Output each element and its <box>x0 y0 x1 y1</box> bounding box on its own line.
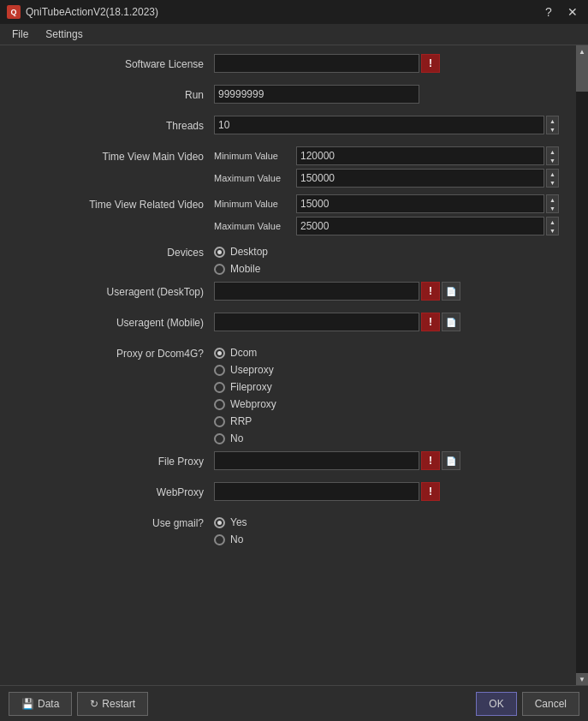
devices-mobile-label: Mobile <box>230 263 260 275</box>
main-content: Software License ! Run Threads <box>0 45 588 685</box>
proxy-rrp-option[interactable]: RRP <box>214 415 559 427</box>
useragent-mobile-file-btn[interactable]: 📄 <box>442 313 460 331</box>
devices-desktop-radio[interactable] <box>214 247 225 258</box>
scrollbar-thumb[interactable] <box>576 57 588 92</box>
time-view-main-min-down[interactable]: ▼ <box>547 156 558 164</box>
proxy-useproxy-label: Useproxy <box>230 364 274 376</box>
time-view-main-min-input[interactable] <box>296 146 544 165</box>
use-gmail-no-radio[interactable] <box>214 534 225 545</box>
threads-spinner[interactable]: ▲ ▼ <box>546 116 559 134</box>
threads-input[interactable] <box>214 116 544 134</box>
use-gmail-yes-label: Yes <box>230 516 247 528</box>
time-view-related-min-down[interactable]: ▼ <box>547 204 558 212</box>
time-view-related-max-down[interactable]: ▼ <box>547 226 558 235</box>
proxy-dcom-option[interactable]: Dcom <box>214 347 559 359</box>
scrollbar-track: ▲ ▼ <box>576 45 588 685</box>
close-button[interactable]: ✕ <box>564 3 581 21</box>
time-view-related-min-spinner[interactable]: ▲ ▼ <box>546 194 559 213</box>
time-view-related-min-label: Minimum Value <box>214 199 291 209</box>
file-proxy-file-btn[interactable]: 📄 <box>442 451 460 470</box>
file-proxy-controls: ! 📄 <box>214 451 559 470</box>
time-view-main-max-up[interactable]: ▲ <box>547 170 558 178</box>
threads-down-arrow[interactable]: ▼ <box>547 125 558 134</box>
restart-button[interactable]: ↻ Restart <box>77 692 148 716</box>
file-proxy-error-btn[interactable]: ! <box>421 451 440 470</box>
web-proxy-input[interactable] <box>214 482 419 501</box>
time-view-related-video-controls: Minimum Value ▲ ▼ Maximum Value ▲ ▼ <box>214 194 559 235</box>
devices-label: Devices <box>17 242 214 259</box>
useragent-desktop-error-btn[interactable]: ! <box>421 282 440 301</box>
software-license-input[interactable] <box>214 54 419 73</box>
time-view-main-video-controls: Minimum Value ▲ ▼ Maximum Value ▲ ▼ <box>214 146 559 188</box>
proxy-no-option[interactable]: No <box>214 432 559 444</box>
proxy-rrp-radio[interactable] <box>214 416 225 427</box>
proxy-dcom-radio[interactable] <box>214 348 225 359</box>
restart-label: Restart <box>102 698 135 710</box>
use-gmail-radio-group: Yes No <box>214 513 559 545</box>
threads-input-row: ▲ ▼ <box>214 116 559 134</box>
web-proxy-controls: ! <box>214 482 559 501</box>
time-view-main-max-input[interactable] <box>296 169 544 188</box>
use-gmail-yes-radio[interactable] <box>214 517 225 528</box>
use-gmail-yes-option[interactable]: Yes <box>214 516 559 528</box>
time-view-related-max-label: Maximum Value <box>214 221 291 231</box>
proxy-webproxy-option[interactable]: Webproxy <box>214 398 559 410</box>
useragent-desktop-input[interactable] <box>214 282 419 301</box>
data-button[interactable]: 💾 Data <box>9 692 72 716</box>
devices-mobile-option[interactable]: Mobile <box>214 263 559 275</box>
time-view-main-min-label: Minimum Value <box>214 151 291 161</box>
time-view-main-max-down[interactable]: ▼ <box>547 178 558 187</box>
devices-row: Devices Desktop Mobile <box>17 242 559 275</box>
threads-up-arrow[interactable]: ▲ <box>547 116 558 125</box>
title-bar-left: Q QniTubeActionV2(18.1.2023) <box>7 5 158 19</box>
proxy-fileproxy-option[interactable]: Fileproxy <box>214 381 559 393</box>
menu-bar: File Settings <box>0 24 588 45</box>
proxy-fileproxy-radio[interactable] <box>214 382 225 393</box>
cancel-button[interactable]: Cancel <box>522 692 579 716</box>
proxy-useproxy-option[interactable]: Useproxy <box>214 364 559 376</box>
proxy-dcom-controls: Dcom Useproxy Fileproxy Webproxy <box>214 343 559 444</box>
help-button[interactable]: ? <box>540 3 557 21</box>
time-view-related-max-up[interactable]: ▲ <box>547 217 558 226</box>
bottom-right-controls: OK Cancel <box>476 692 579 716</box>
web-proxy-error-btn[interactable]: ! <box>421 482 440 501</box>
file-proxy-input[interactable] <box>214 451 419 470</box>
menu-file[interactable]: File <box>3 26 37 43</box>
time-view-main-max-row: Maximum Value ▲ ▼ <box>214 169 559 188</box>
time-view-main-min-spinner[interactable]: ▲ ▼ <box>546 146 559 165</box>
scrollbar-down-arrow[interactable]: ▼ <box>576 673 588 685</box>
useragent-mobile-error-btn[interactable]: ! <box>421 313 440 331</box>
bottom-bar: 💾 Data ↻ Restart OK Cancel <box>0 685 588 721</box>
useragent-mobile-input[interactable] <box>214 313 419 331</box>
web-proxy-row: WebProxy ! <box>17 482 559 506</box>
time-view-related-max-spinner[interactable]: ▲ ▼ <box>546 217 559 235</box>
useragent-desktop-file-btn[interactable]: 📄 <box>442 282 460 301</box>
bottom-left-controls: 💾 Data ↻ Restart <box>9 692 148 716</box>
menu-settings[interactable]: Settings <box>37 26 91 43</box>
devices-mobile-radio[interactable] <box>214 264 225 275</box>
time-view-related-min-up[interactable]: ▲ <box>547 195 558 204</box>
time-view-main-min-up[interactable]: ▲ <box>547 147 558 156</box>
time-view-related-min-input[interactable] <box>296 194 544 213</box>
time-view-related-video-row: Time View Related Video Minimum Value ▲ … <box>17 194 559 235</box>
app-icon: Q <box>7 5 21 19</box>
useragent-desktop-controls: ! 📄 <box>214 282 559 301</box>
proxy-webproxy-radio[interactable] <box>214 399 225 410</box>
app-title: QniTubeActionV2(18.1.2023) <box>26 6 158 18</box>
time-view-main-max-spinner[interactable]: ▲ ▼ <box>546 169 559 188</box>
proxy-no-radio[interactable] <box>214 433 225 444</box>
time-view-main-min-row: Minimum Value ▲ ▼ <box>214 146 559 165</box>
scrollbar-up-arrow[interactable]: ▲ <box>576 45 588 57</box>
ok-button[interactable]: OK <box>476 692 516 716</box>
devices-desktop-option[interactable]: Desktop <box>214 246 559 258</box>
title-bar-controls: ? ✕ <box>540 3 581 21</box>
software-license-row: Software License ! <box>17 54 559 78</box>
proxy-useproxy-radio[interactable] <box>214 365 225 376</box>
time-view-related-min-row: Minimum Value ▲ ▼ <box>214 194 559 213</box>
useragent-mobile-row: Useragent (Mobile) ! 📄 <box>17 313 559 337</box>
devices-desktop-label: Desktop <box>230 246 268 258</box>
software-license-error-btn[interactable]: ! <box>421 54 440 73</box>
time-view-related-max-input[interactable] <box>296 217 544 235</box>
use-gmail-no-option[interactable]: No <box>214 533 559 545</box>
run-input[interactable] <box>214 85 419 104</box>
